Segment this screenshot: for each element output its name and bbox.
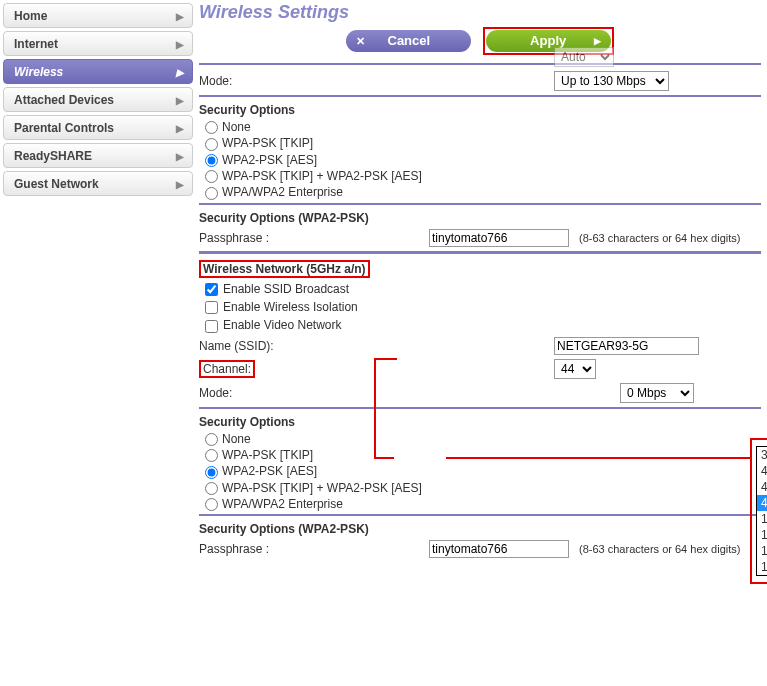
divider xyxy=(199,203,761,205)
channel-select-24[interactable]: Auto xyxy=(554,47,614,67)
nav-label: Wireless xyxy=(14,65,63,79)
channel-option[interactable]: 153 xyxy=(757,527,767,543)
divider xyxy=(199,95,761,97)
sec24-wpa2-aes-radio[interactable] xyxy=(205,154,218,167)
pass-label-5: Passphrase : xyxy=(199,542,429,556)
nav-home[interactable]: Home▶ xyxy=(3,3,193,28)
nav-internet[interactable]: Internet▶ xyxy=(3,31,193,56)
nav-wireless[interactable]: Wireless▶ xyxy=(3,59,193,84)
channel-option[interactable]: 36 xyxy=(757,447,767,463)
nav-attached-devices[interactable]: Attached Devices▶ xyxy=(3,87,193,112)
nav-label: Attached Devices xyxy=(14,93,114,107)
ssid-broadcast-label: Enable SSID Broadcast xyxy=(223,282,349,296)
pass-input-5[interactable] xyxy=(429,540,569,558)
nav-label: Internet xyxy=(14,37,58,51)
sec5-enterprise-label: WPA/WPA2 Enterprise xyxy=(222,497,343,511)
channel-option[interactable]: 157 xyxy=(757,543,767,559)
channel-dropdown-list[interactable]: 36 40 44 48 149 153 157 161 xyxy=(756,446,767,576)
isolation-cb[interactable] xyxy=(205,301,218,314)
sec24-wpa2-aes-label: WPA2-PSK [AES] xyxy=(222,153,317,167)
nav-label: Home xyxy=(14,9,47,23)
sec5-none-radio[interactable] xyxy=(205,433,218,446)
sec24-wpa-tkip-radio[interactable] xyxy=(205,138,218,151)
pass-hint-24: (8-63 characters or 64 hex digits) xyxy=(579,232,740,244)
sec24-enterprise-label: WPA/WPA2 Enterprise xyxy=(222,185,343,199)
sec5-wpa-tkip-label: WPA-PSK [TKIP] xyxy=(222,448,313,462)
wpa2-heading-5: Security Options (WPA2-PSK) xyxy=(199,518,761,538)
nav-label: Guest Network xyxy=(14,177,99,191)
nav-guest-network[interactable]: Guest Network▶ xyxy=(3,171,193,196)
security-heading-5: Security Options xyxy=(199,411,761,431)
sec24-enterprise-radio[interactable] xyxy=(205,187,218,200)
mode-select-24[interactable]: Up to 130 Mbps xyxy=(554,71,669,91)
video-network-cb[interactable] xyxy=(205,320,218,333)
nav-label: ReadySHARE xyxy=(14,149,92,163)
chevron-right-icon: ▶ xyxy=(176,172,184,197)
sec24-wpa-tkip-label: WPA-PSK [TKIP] xyxy=(222,136,313,150)
nav-readyshare[interactable]: ReadySHARE▶ xyxy=(3,143,193,168)
divider xyxy=(199,251,761,254)
pass-label-24: Passphrase : xyxy=(199,231,429,245)
band5-heading: Wireless Network (5GHz a/n) xyxy=(199,260,370,278)
ssid-broadcast-cb[interactable] xyxy=(205,283,218,296)
nav-label: Parental Controls xyxy=(14,121,114,135)
sec5-none-label: None xyxy=(222,432,251,446)
sec24-mixed-label: WPA-PSK [TKIP] + WPA2-PSK [AES] xyxy=(222,169,422,183)
pass-input-24[interactable] xyxy=(429,229,569,247)
channel-option[interactable]: 40 xyxy=(757,463,767,479)
channel-option[interactable]: 161 xyxy=(757,559,767,575)
chevron-right-icon: ▶ xyxy=(176,60,184,85)
isolation-label: Enable Wireless Isolation xyxy=(223,300,358,314)
sec24-none-label: None xyxy=(222,120,251,134)
channel-option[interactable]: 149 xyxy=(757,511,767,527)
sec5-wpa2-aes-radio[interactable] xyxy=(205,466,218,479)
channel-option[interactable]: 44 xyxy=(757,479,767,495)
channel-select-5[interactable]: 44 xyxy=(554,359,596,379)
sec24-mixed-radio[interactable] xyxy=(205,170,218,183)
pass-hint-5: (8-63 characters or 64 hex digits) xyxy=(579,543,740,555)
sec5-mixed-radio[interactable] xyxy=(205,482,218,495)
video-network-label: Enable Video Network xyxy=(223,318,342,332)
channel-label-5: Channel: xyxy=(199,360,255,378)
mode-select-5[interactable]: 0 Mbps xyxy=(620,383,694,403)
chevron-right-icon: ▶ xyxy=(176,144,184,169)
mode-label-5: Mode: xyxy=(199,386,554,400)
band5-heading-wrap: Wireless Network (5GHz a/n) xyxy=(199,256,761,280)
nav-parental-controls[interactable]: Parental Controls▶ xyxy=(3,115,193,140)
sidebar: Home▶ Internet▶ Wireless▶ Attached Devic… xyxy=(0,0,193,686)
chevron-right-icon: ▶ xyxy=(176,88,184,113)
ssid-label: Name (SSID): xyxy=(199,339,554,353)
divider xyxy=(199,407,761,409)
mode-label-24: Mode: xyxy=(199,74,554,88)
channel-option[interactable]: 48 xyxy=(757,495,767,511)
main-content: Wireless Settings ✕Cancel Apply▶ Auto Mo… xyxy=(193,0,767,686)
sec24-none-radio[interactable] xyxy=(205,121,218,134)
chevron-right-icon: ▶ xyxy=(176,4,184,29)
sec5-mixed-label: WPA-PSK [TKIP] + WPA2-PSK [AES] xyxy=(222,481,422,495)
sec5-enterprise-radio[interactable] xyxy=(205,498,218,511)
chevron-right-icon: ▶ xyxy=(176,116,184,141)
divider xyxy=(199,514,761,516)
security-heading-24: Security Options xyxy=(199,99,761,119)
page-title: Wireless Settings xyxy=(193,0,767,23)
sec5-wpa2-aes-label: WPA2-PSK [AES] xyxy=(222,464,317,478)
ssid-input[interactable] xyxy=(554,337,699,355)
sec5-wpa-tkip-radio[interactable] xyxy=(205,449,218,462)
wpa2-heading-24: Security Options (WPA2-PSK) xyxy=(199,207,761,227)
chevron-right-icon: ▶ xyxy=(176,32,184,57)
